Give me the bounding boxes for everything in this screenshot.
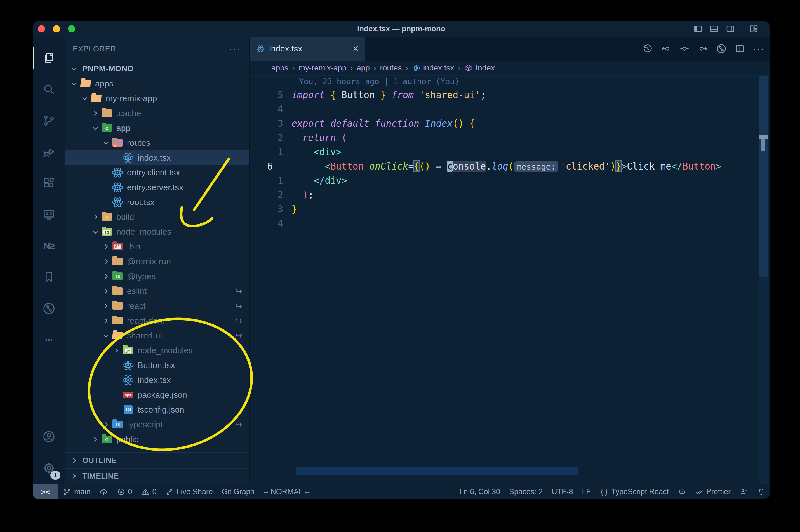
- tree-item-app[interactable]: ⚙app: [65, 120, 249, 135]
- minimize-window-button[interactable]: [53, 25, 60, 33]
- react-icon: [412, 64, 420, 72]
- zoom-window-button[interactable]: [68, 25, 75, 33]
- status-copilot[interactable]: [673, 484, 691, 499]
- settings-badge: 1: [50, 471, 60, 480]
- timeline-panel-header[interactable]: TIMELINE: [65, 468, 249, 483]
- status-formatter-prettier[interactable]: Prettier: [691, 484, 735, 499]
- open-changes-icon[interactable]: [679, 43, 690, 54]
- tree-item-label: package.json: [138, 390, 187, 400]
- activitybar-accounts[interactable]: [33, 421, 65, 452]
- status-publish-changes[interactable]: [95, 484, 112, 499]
- editor-actions: ···: [642, 37, 764, 61]
- horizontal-scrollbar[interactable]: [296, 467, 578, 475]
- activitybar-search[interactable]: [33, 74, 65, 105]
- tree-item--bin[interactable]: 01.bin: [65, 239, 249, 254]
- breadcrumb-label: app: [357, 63, 370, 73]
- tree-item-index-tsx[interactable]: index.tsx: [65, 373, 249, 387]
- status-warnings[interactable]: 0: [137, 484, 161, 499]
- tree-item-apps[interactable]: apps: [65, 76, 249, 91]
- tree-item-my-remix-app[interactable]: my-remix-app: [65, 91, 249, 106]
- tree-item-typescript[interactable]: TStypescript↪: [65, 417, 249, 432]
- tree-item--cache[interactable]: .cache: [65, 106, 249, 120]
- toggle-secondary-sidebar-icon[interactable]: [726, 24, 735, 34]
- gitlens-graph-icon[interactable]: [716, 43, 727, 54]
- timeline-history-icon[interactable]: [642, 43, 653, 54]
- status-vim-mode[interactable]: -- NORMAL --: [259, 484, 314, 499]
- customize-layout-icon[interactable]: [749, 24, 759, 34]
- tree-item-react[interactable]: react↪: [65, 299, 249, 313]
- tree-item-label: eslint: [127, 286, 147, 296]
- explorer-more-icon[interactable]: ···: [229, 44, 241, 55]
- status-feedback[interactable]: [735, 484, 753, 499]
- code-token: default: [330, 118, 375, 129]
- folder-blue-icon: TS: [111, 419, 123, 430]
- status-eol-sequence[interactable]: LF: [578, 484, 595, 499]
- code-token: Index: [425, 118, 453, 129]
- status-errors[interactable]: 0: [112, 484, 137, 499]
- tree-item-label: node_modules: [138, 346, 193, 355]
- status-live-share[interactable]: Live Share: [161, 484, 217, 499]
- tree-item-root-tsx[interactable]: root.tsx: [65, 195, 249, 209]
- status-notifications[interactable]: [753, 484, 770, 499]
- breadcrumb-item-index[interactable]: Index: [464, 63, 495, 73]
- activitybar-nx-console[interactable]: N≥: [33, 230, 65, 262]
- breadcrumb-item-apps[interactable]: apps: [271, 63, 288, 73]
- tree-item-node-modules[interactable]: jsnode_modules: [65, 343, 249, 358]
- tree-item-react-dom[interactable]: react-dom↪: [65, 313, 249, 328]
- status-cursor-position[interactable]: Ln 6, Col 30: [455, 484, 504, 499]
- open-changes-next-icon[interactable]: [698, 43, 708, 54]
- tree-item-eslint[interactable]: eslint↪: [65, 284, 249, 299]
- activitybar-source-control[interactable]: [33, 105, 65, 136]
- tree-item--types[interactable]: TS@types: [65, 269, 249, 284]
- chevron-spacer: [111, 404, 122, 415]
- workspace-section-header[interactable]: PNPM-MONO: [65, 61, 249, 76]
- status-remote-indicator[interactable]: ><: [33, 484, 58, 499]
- breadcrumb-item-index-tsx[interactable]: index.tsx: [412, 63, 454, 73]
- tree-item-build[interactable]: ●build: [65, 209, 249, 224]
- vertical-scrollbar-slider[interactable]: [759, 76, 768, 277]
- tree-item--remix-run[interactable]: @remix-run: [65, 254, 249, 269]
- activitybar-settings[interactable]: 1: [33, 452, 65, 483]
- close-tab-icon[interactable]: ×: [353, 43, 359, 55]
- toggle-primary-sidebar-icon[interactable]: [693, 24, 703, 34]
- breadcrumb-item-my-remix-app[interactable]: my-remix-app: [299, 63, 346, 73]
- breadcrumb-item-app[interactable]: app: [357, 63, 370, 73]
- activitybar-remote-explorer[interactable]: [33, 199, 65, 230]
- more-actions-icon[interactable]: ···: [753, 43, 764, 54]
- breadcrumb-item-routes[interactable]: routes: [380, 63, 402, 73]
- tree-item-entry-server-tsx[interactable]: entry.server.tsx: [65, 180, 249, 195]
- activitybar-more-views[interactable]: ···: [33, 324, 65, 356]
- status-encoding[interactable]: UTF-8: [547, 484, 578, 499]
- close-window-button[interactable]: [38, 25, 45, 33]
- activitybar-explorer[interactable]: [33, 42, 65, 74]
- activitybar-gitlens[interactable]: [33, 293, 65, 324]
- vertical-scrollbar[interactable]: [759, 76, 768, 483]
- tree-item-label: entry.client.tsx: [127, 168, 180, 177]
- activitybar-extensions[interactable]: [33, 168, 65, 199]
- status-git-graph[interactable]: Git Graph: [217, 484, 259, 499]
- code-token: </: [671, 161, 683, 172]
- status-indentation[interactable]: Spaces: 2: [504, 484, 547, 499]
- tree-item-button-tsx[interactable]: Button.tsx: [65, 358, 249, 373]
- split-editor-icon[interactable]: [735, 43, 745, 54]
- chevron-spacer: [101, 197, 111, 208]
- tree-item-entry-client-tsx[interactable]: entry.client.tsx: [65, 165, 249, 180]
- tree-item-node-modules[interactable]: jsnode_modules: [65, 224, 249, 239]
- status-git-branch[interactable]: main: [58, 484, 95, 499]
- activitybar-bookmarks[interactable]: [33, 262, 65, 293]
- tree-item-tsconfig-json[interactable]: TStsconfig.json: [65, 402, 249, 417]
- activitybar-run-debug[interactable]: [33, 136, 65, 168]
- code-area[interactable]: You, 23 hours ago | 1 author (You) 5impo…: [249, 76, 770, 483]
- tree-item-routes[interactable]: routes: [65, 135, 249, 150]
- toggle-panel-icon[interactable]: [709, 24, 719, 34]
- status-language-mode[interactable]: {}TypeScript React: [595, 484, 673, 499]
- tab-index-tsx[interactable]: index.tsx ×: [249, 37, 365, 61]
- tree-item-shared-ui[interactable]: shared-ui↪: [65, 328, 249, 343]
- open-changes-previous-icon[interactable]: [661, 43, 671, 54]
- outline-panel-header[interactable]: OUTLINE: [65, 452, 249, 468]
- tree-item-public[interactable]: ☺public: [65, 432, 249, 447]
- tree-item-index-tsx[interactable]: index.tsx: [65, 150, 249, 165]
- nx-console-icon: N≥: [43, 241, 54, 251]
- tree-item-package-json[interactable]: npmpackage.json: [65, 387, 249, 402]
- status-bar: ><main00Live ShareGit Graph-- NORMAL --L…: [33, 483, 770, 499]
